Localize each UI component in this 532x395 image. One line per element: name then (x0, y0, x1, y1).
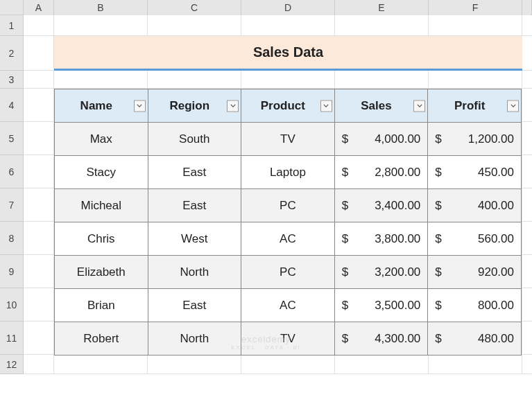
column-header-D[interactable]: D (241, 0, 335, 15)
cell-name[interactable]: Chris (55, 222, 148, 256)
header-sales[interactable]: Sales (334, 89, 428, 123)
row-header-9[interactable]: 9 (0, 255, 24, 288)
filter-dropdown-button[interactable] (134, 100, 146, 112)
filter-dropdown-button[interactable] (227, 100, 239, 112)
cell-product[interactable]: PC (241, 256, 335, 289)
row-header-2[interactable]: 2 (0, 36, 24, 71)
cell[interactable] (24, 322, 54, 354)
cell[interactable] (24, 255, 54, 288)
cell-region[interactable]: West (148, 222, 241, 256)
row-header-4[interactable]: 4 (0, 89, 24, 122)
row-header-1[interactable]: 1 (0, 15, 24, 36)
cell[interactable] (54, 71, 148, 88)
cell[interactable] (241, 15, 335, 35)
cell-profit[interactable]: $480.00 (428, 322, 522, 356)
table-row: MaxSouthTV$4,000.00$1,200.00 (55, 123, 522, 156)
cell[interactable] (24, 355, 54, 374)
cell[interactable] (24, 15, 54, 35)
cell-region[interactable]: North (148, 256, 241, 289)
cell-sales[interactable]: $3,800.00 (334, 222, 428, 256)
cell[interactable] (54, 355, 148, 374)
row-header-12[interactable]: 12 (0, 355, 24, 374)
cell[interactable] (241, 71, 335, 88)
cell-product[interactable]: AC (241, 289, 335, 322)
filter-dropdown-button[interactable] (320, 100, 332, 112)
cell-name[interactable]: Max (55, 123, 148, 156)
cell-product[interactable]: AC (241, 222, 335, 256)
cell-name[interactable]: Elizabeth (55, 256, 148, 289)
chevron-down-icon (137, 104, 142, 108)
cell-profit[interactable]: $450.00 (428, 156, 522, 189)
cell-sales[interactable]: $4,300.00 (334, 322, 428, 356)
row-header-11[interactable]: 11 (0, 322, 24, 355)
cell-name[interactable]: Brian (55, 289, 148, 322)
filter-dropdown-button[interactable] (413, 100, 425, 112)
column-header-F[interactable]: F (429, 0, 522, 15)
row-header-7[interactable]: 7 (0, 188, 24, 222)
cell-product[interactable]: Laptop (241, 156, 335, 189)
cell[interactable] (429, 355, 522, 374)
select-all-corner[interactable] (0, 0, 24, 15)
cell[interactable] (148, 355, 241, 374)
cell-sales[interactable]: $3,200.00 (334, 256, 428, 289)
header-row: NameRegionProductSalesProfit (55, 89, 522, 123)
cell-product[interactable]: PC (241, 189, 335, 222)
header-name[interactable]: Name (55, 89, 148, 123)
column-header-B[interactable]: B (54, 0, 148, 15)
row-header-8[interactable]: 8 (0, 222, 24, 255)
column-header-E[interactable]: E (335, 0, 429, 15)
cell-name[interactable]: Robert (55, 322, 148, 356)
cell[interactable] (24, 122, 54, 155)
cell[interactable] (24, 288, 54, 321)
row-header-3[interactable]: 3 (0, 71, 24, 89)
cell-name[interactable]: Stacy (55, 156, 148, 189)
cell-profit[interactable]: $800.00 (428, 289, 522, 322)
table-row: StacyEastLaptop$2,800.00$450.00 (55, 156, 522, 189)
cell-sales[interactable]: $3,400.00 (334, 189, 428, 222)
cell[interactable] (335, 15, 429, 35)
cell-region[interactable]: East (148, 289, 241, 322)
cell[interactable] (24, 155, 54, 188)
title-text: Sales Data (253, 44, 323, 60)
cell-sales[interactable]: $3,500.00 (334, 289, 428, 322)
table-row: ElizabethNorthPC$3,200.00$920.00 (55, 256, 522, 289)
header-label: Product (261, 99, 315, 113)
filter-dropdown-button[interactable] (507, 100, 519, 112)
column-header-A[interactable]: A (24, 0, 54, 15)
cell[interactable] (148, 71, 241, 88)
cell-profit[interactable]: $920.00 (428, 256, 522, 289)
cell-sales[interactable]: $2,800.00 (334, 156, 428, 189)
cell[interactable] (429, 15, 522, 35)
cell-region[interactable]: East (148, 156, 241, 189)
column-headers: ABCDEF (0, 0, 532, 15)
cell-region[interactable]: East (148, 189, 241, 222)
column-header-C[interactable]: C (148, 0, 241, 15)
cell-profit[interactable]: $560.00 (428, 222, 522, 256)
cell[interactable] (335, 71, 429, 88)
cell-profit[interactable]: $1,200.00 (428, 123, 522, 156)
cell-region[interactable]: North (148, 322, 241, 356)
cell[interactable] (24, 36, 54, 70)
header-region[interactable]: Region (148, 89, 241, 123)
header-product[interactable]: Product (241, 89, 335, 123)
cell-profit[interactable]: $400.00 (428, 189, 522, 222)
cell[interactable] (24, 89, 54, 121)
row-header-5[interactable]: 5 (0, 122, 24, 155)
cell-name[interactable]: Micheal (55, 189, 148, 222)
cell-region[interactable]: South (148, 123, 241, 156)
cell[interactable] (429, 71, 522, 88)
cell[interactable] (24, 71, 54, 88)
cell[interactable] (241, 355, 335, 374)
cell[interactable] (24, 188, 54, 221)
cell[interactable] (24, 222, 54, 254)
cell[interactable] (148, 15, 241, 35)
header-label: Name (80, 99, 122, 113)
header-profit[interactable]: Profit (428, 89, 522, 123)
cell[interactable] (335, 355, 429, 374)
cell-product[interactable]: TV (241, 123, 335, 156)
row-headers: 123456789101112 (0, 15, 24, 374)
row-header-10[interactable]: 10 (0, 288, 24, 322)
row-header-6[interactable]: 6 (0, 155, 24, 188)
cell-sales[interactable]: $4,000.00 (334, 123, 428, 156)
cell[interactable] (54, 15, 148, 35)
